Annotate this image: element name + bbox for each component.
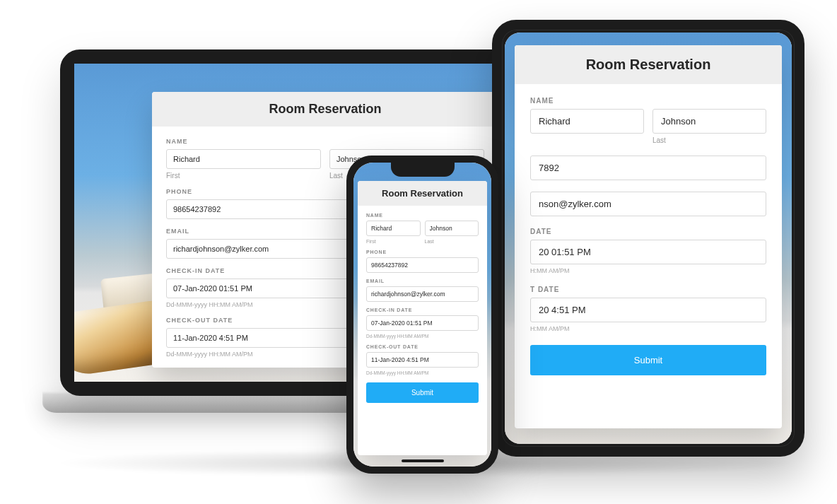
sublabel-first: First xyxy=(166,172,321,180)
phone-home-indicator xyxy=(402,459,444,462)
last-name-input[interactable] xyxy=(425,221,479,236)
tablet-screen: Room Reservation NAME Last xyxy=(505,33,792,444)
label-checkin-partial: DATE xyxy=(530,228,766,235)
label-phone: PHONE xyxy=(366,250,479,254)
email-input[interactable] xyxy=(366,286,479,302)
phone-device: Room Reservation NAME First Last xyxy=(346,156,498,474)
checkin-input[interactable] xyxy=(530,240,766,264)
hint-checkin: H:MM AM/PM xyxy=(530,267,766,274)
form-title: Room Reservation xyxy=(358,181,487,206)
label-name: NAME xyxy=(366,213,479,218)
tablet-device: Room Reservation NAME Last xyxy=(492,20,804,457)
sublabel-last: Last xyxy=(652,136,766,144)
form-title: Room Reservation xyxy=(515,45,782,84)
reservation-form-phone: Room Reservation NAME First Last xyxy=(358,181,487,455)
email-input[interactable] xyxy=(530,192,766,216)
form-title: Room Reservation xyxy=(152,92,498,127)
phone-input[interactable] xyxy=(366,257,479,273)
checkin-input[interactable] xyxy=(366,315,479,331)
label-checkout-partial: T DATE xyxy=(530,286,766,293)
first-name-input[interactable] xyxy=(366,221,421,236)
label-name: NAME xyxy=(530,97,766,105)
phone-input[interactable] xyxy=(530,156,766,180)
submit-button[interactable]: Submit xyxy=(366,382,479,403)
phone-notch xyxy=(391,163,455,177)
first-name-input[interactable] xyxy=(166,149,321,169)
last-name-input[interactable] xyxy=(652,109,766,134)
sublabel-last: Last xyxy=(425,239,479,244)
hint-checkout: H:MM AM/PM xyxy=(530,325,766,332)
phone-screen: Room Reservation NAME First Last xyxy=(353,163,491,467)
label-checkout: CHECK-OUT DATE xyxy=(366,344,479,349)
first-name-input[interactable] xyxy=(530,109,644,134)
checkout-input[interactable] xyxy=(366,352,479,368)
submit-button[interactable]: Submit xyxy=(530,345,766,375)
label-name: NAME xyxy=(166,138,484,145)
sublabel-first: First xyxy=(366,239,421,244)
label-email: EMAIL xyxy=(366,279,479,283)
reservation-form-tablet: Room Reservation NAME Last xyxy=(515,45,782,428)
hint-checkout: Dd-MMM-yyyy HH:MM AM/PM xyxy=(366,370,479,375)
checkout-input[interactable] xyxy=(530,298,766,322)
hint-checkin: Dd-MMM-yyyy HH:MM AM/PM xyxy=(366,334,479,339)
label-checkin: CHECK-IN DATE xyxy=(366,307,479,312)
